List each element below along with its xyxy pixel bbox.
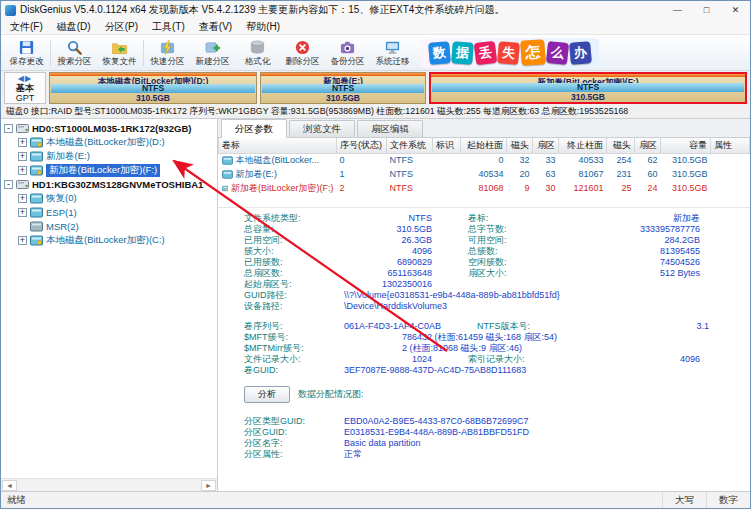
expand-icon[interactable]: + xyxy=(18,138,27,147)
detail-value: Basic data partition xyxy=(344,438,750,449)
lightning-icon xyxy=(159,39,176,56)
new-partition-button[interactable]: 新建分区 xyxy=(190,36,235,70)
detail-value: 3EF7087E-9888-437D-AC4D-75AB8D111683 xyxy=(344,365,750,376)
detail-label: 分区类型GUID: xyxy=(244,416,344,427)
partition-block-f-selected[interactable]: 新加卷(BitLocker加密)(F:) NTFS 310.5GB xyxy=(429,72,747,104)
system-migration-button[interactable]: 系统迁移 xyxy=(370,36,415,70)
partition-size: 310.5GB xyxy=(431,92,745,102)
column-header-end-sector[interactable]: 扇区 xyxy=(635,138,661,153)
table-row-volume-d[interactable]: 本地磁盘(BitLocker... 0 NTFS 0 32 33 40533 2… xyxy=(219,153,750,167)
table-row-volume-e[interactable]: 新加卷(E:) 1 NTFS 40534 20 63 81067 231 60 … xyxy=(219,167,750,181)
recover-files-button[interactable]: 恢复文件 xyxy=(97,36,142,70)
toolbar-separator xyxy=(143,40,144,66)
menu-file[interactable]: 文件(F) xyxy=(3,20,50,34)
delete-icon xyxy=(294,39,311,56)
disk-nav-arrows-icon[interactable]: ◀▶ xyxy=(18,74,32,83)
search-partition-button[interactable]: 搜索分区 xyxy=(52,36,97,70)
expand-icon[interactable]: + xyxy=(18,166,27,175)
collapse-icon[interactable]: - xyxy=(4,180,13,189)
delete-partition-button[interactable]: 删除分区 xyxy=(280,36,325,70)
tree-item-volume-e[interactable]: + 新加卷(E:) xyxy=(1,149,217,163)
detail-label xyxy=(432,279,578,290)
column-header-start-sector[interactable]: 扇区 xyxy=(533,138,559,153)
menu-tools[interactable]: 工具(T) xyxy=(145,20,192,34)
save-changes-button[interactable]: 保存更改 xyxy=(4,36,49,70)
detail-row-mftmirr: $MFTMirr簇号: 2 (柱面:81068 磁头:9 扇区:46) xyxy=(244,343,750,354)
maximize-button[interactable]: □ xyxy=(692,1,721,19)
detail-row: 起始扇区号: 1302350016 xyxy=(244,279,750,290)
tree-item-volume-d[interactable]: + 本地磁盘(BitLocker加密)(D:) xyxy=(1,135,217,149)
menu-disk[interactable]: 磁盘(D) xyxy=(50,20,98,34)
column-header-flag[interactable]: 标识 xyxy=(433,138,461,153)
column-header-attributes[interactable]: 属性 xyxy=(711,138,750,153)
tree-item-hd0[interactable]: - HD0:ST1000LM035-1RK172(932GB) xyxy=(1,121,217,135)
status-capslock: 大写 xyxy=(662,492,706,508)
detail-label: 扇区大小: xyxy=(432,268,578,279)
detail-label: GUID路径: xyxy=(244,290,344,301)
tree-item-volume-c[interactable]: + 本地磁盘(BitLocker加密)(C:) xyxy=(1,233,217,247)
detail-value: 正常 xyxy=(344,449,750,460)
status-numlock: 数字 xyxy=(706,492,750,508)
detail-label: 空闲簇数: xyxy=(432,257,578,268)
column-header-filesystem[interactable]: 文件系统 xyxy=(387,138,433,153)
detail-row: 总扇区数: 651163648 扇区大小: 512 Bytes xyxy=(244,268,750,279)
column-header-end-cylinder[interactable]: 终止柱面 xyxy=(559,138,607,153)
right-panel: 分区参数 浏览文件 扇区编辑 卷标 序号(状态) 文件系统 标识 起始柱面 xyxy=(218,119,750,491)
analyze-button[interactable]: 分析 xyxy=(244,386,290,403)
menu-partition[interactable]: 分区(P) xyxy=(98,20,145,34)
detail-value: 284.2GB xyxy=(578,235,700,246)
toolbar-separator xyxy=(50,40,51,66)
expand-icon[interactable]: + xyxy=(18,236,27,245)
menu-help[interactable]: 帮助(H) xyxy=(239,20,287,34)
partition-icon xyxy=(222,156,233,165)
locked-partition-icon xyxy=(30,235,43,246)
tab-sector-edit[interactable]: 扇区编辑 xyxy=(357,120,423,137)
tree-item-volume-f-selected[interactable]: + 新加卷(BitLocker加密)(F:) xyxy=(1,163,217,177)
tree-item-hd1[interactable]: - HD1:KBG30ZMS128GNVMeTOSHIBA1 xyxy=(1,177,217,191)
tab-browse-files[interactable]: 浏览文件 xyxy=(289,120,355,137)
partition-block-e[interactable]: 新加卷(E:) NTFS 310.5GB xyxy=(260,72,426,104)
expand-icon[interactable]: + xyxy=(18,152,27,161)
quick-partition-button[interactable]: 快速分区 xyxy=(145,36,190,70)
scroll-left-icon[interactable]: ◄ xyxy=(2,480,17,491)
toolbar-button-label: 系统迁移 xyxy=(376,57,410,66)
column-header-capacity[interactable]: 容量 xyxy=(661,138,711,153)
collapse-icon[interactable]: - xyxy=(4,124,13,133)
expand-icon[interactable]: + xyxy=(18,208,27,217)
details-gap xyxy=(244,312,750,321)
table-row-volume-f-selected[interactable]: 新加卷(BitLocker加密)(F:) 2 NTFS 81068 9 30 1… xyxy=(219,181,750,195)
detail-label: $MFTMirr簇号: xyxy=(244,343,344,354)
partition-block-d[interactable]: 本地磁盘(BitLocker加密)(D:) NTFS 310.5GB xyxy=(49,72,257,104)
tree-item-recovery[interactable]: + 恢复(0) xyxy=(1,191,217,205)
detail-value: 4096 xyxy=(344,246,432,257)
tree-horizontal-scrollbar[interactable]: ◄ ► xyxy=(1,478,217,491)
backup-partition-button[interactable]: 备份分区 xyxy=(325,36,370,70)
recover-files-icon xyxy=(111,39,128,56)
column-header-start-cylinder[interactable]: 起始柱面 xyxy=(461,138,507,153)
column-header-volume-label[interactable]: 卷标 xyxy=(219,138,337,153)
scroll-right-icon[interactable]: ► xyxy=(201,480,216,491)
minimize-button[interactable]: — xyxy=(663,1,692,19)
expand-icon[interactable]: + xyxy=(18,194,27,203)
column-header-start-head[interactable]: 磁头 xyxy=(507,138,533,153)
column-header-end-head[interactable]: 磁头 xyxy=(607,138,635,153)
cell-volume-name: 本地磁盘(BitLocker... xyxy=(236,154,320,167)
format-button[interactable]: 格式化 xyxy=(235,36,280,70)
close-button[interactable]: ✕ xyxy=(721,1,750,19)
partition-icon xyxy=(30,207,43,218)
tab-partition-parameters[interactable]: 分区参数 xyxy=(221,119,287,138)
detail-label: 文件系统类型: xyxy=(244,213,344,224)
partition-table: 卷标 序号(状态) 文件系统 标识 起始柱面 磁头 扇区 终止柱面 磁头 扇区 … xyxy=(218,138,750,195)
promo-banner[interactable]: 数 据 丢 失 怎 么 办 xyxy=(421,38,599,68)
detail-label: 可用空间: xyxy=(432,235,578,246)
tree-item-esp[interactable]: + ESP(1) xyxy=(1,205,217,219)
disk-nav-box[interactable]: ◀▶ 基本 GPT xyxy=(4,72,46,104)
detail-value: \Device\HarddiskVolume3 xyxy=(344,301,750,312)
detail-value: 81395455 xyxy=(578,246,700,257)
detail-row: 已用簇数: 6890829 空闲簇数: 74504526 xyxy=(244,257,750,268)
banner-char: 怎 xyxy=(520,39,546,66)
menu-view[interactable]: 查看(V) xyxy=(192,20,239,34)
disk-scheme-label: GPT xyxy=(16,93,35,103)
tree-item-msr[interactable]: MSR(2) xyxy=(1,219,217,233)
column-header-index-status[interactable]: 序号(状态) xyxy=(337,138,387,153)
